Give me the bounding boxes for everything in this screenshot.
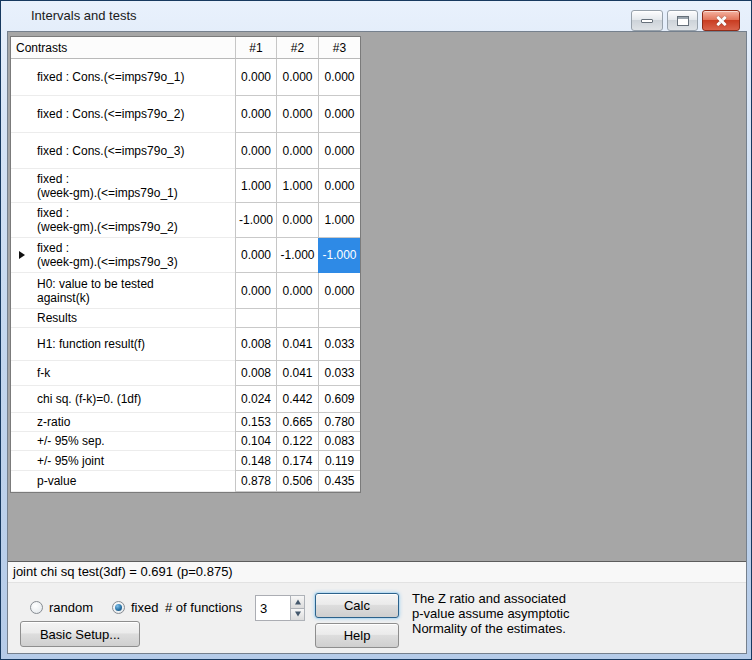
caption-buttons bbox=[631, 10, 740, 31]
row-label: fixed : Cons.(<=imps79o_1) bbox=[11, 59, 235, 96]
row-label: H1: function result(f) bbox=[11, 328, 235, 361]
stepper-down-icon[interactable] bbox=[290, 609, 305, 622]
value-cell[interactable]: 0.000 bbox=[276, 273, 318, 309]
value-cell[interactable]: 0.000 bbox=[318, 59, 360, 96]
row-label: z-ratio bbox=[11, 413, 235, 432]
value-cell[interactable]: 0.174 bbox=[276, 451, 318, 471]
value-cell[interactable]: 0.000 bbox=[276, 96, 318, 133]
basic-setup-button[interactable]: Basic Setup... bbox=[20, 621, 140, 647]
maximize-button[interactable] bbox=[667, 10, 698, 31]
row-label: chi sq. (f-k)=0. (1df) bbox=[11, 386, 235, 413]
value-cell[interactable]: 0.435 bbox=[318, 471, 360, 492]
value-cell[interactable]: 0.000 bbox=[318, 169, 360, 203]
row-label: Results bbox=[11, 309, 235, 328]
value-cell[interactable]: 0.000 bbox=[235, 133, 276, 169]
value-cell[interactable]: -1.000 bbox=[276, 238, 318, 273]
contrasts-grid: Contrasts#1#2#3fixed : Cons.(<=imps79o_1… bbox=[10, 36, 361, 493]
z-ratio-note: The Z ratio and associated p-value assum… bbox=[412, 591, 570, 636]
minimize-button[interactable] bbox=[631, 10, 663, 31]
row-label: H0: value to be tested against(k) bbox=[11, 273, 235, 309]
value-cell[interactable]: 0.033 bbox=[318, 328, 360, 361]
value-cell[interactable]: 0.000 bbox=[235, 273, 276, 309]
value-cell-selected[interactable]: -1.000 bbox=[318, 238, 360, 273]
row-label: fixed : (week-gm).(<=imps79o_3) bbox=[11, 238, 235, 273]
close-icon bbox=[715, 15, 727, 27]
value-cell[interactable]: 0.000 bbox=[318, 273, 360, 309]
value-cell[interactable]: 0.008 bbox=[235, 361, 276, 386]
num-functions-input[interactable] bbox=[255, 595, 290, 621]
window-title: Intervals and tests bbox=[31, 1, 137, 31]
grid-background: Contrasts#1#2#3fixed : Cons.(<=imps79o_1… bbox=[8, 32, 746, 562]
value-cell[interactable]: 0.000 bbox=[235, 238, 276, 273]
random-radio[interactable] bbox=[30, 601, 43, 614]
joint-chi-sq-status: joint chi sq test(3df) = 0.691 (p=0.875) bbox=[8, 562, 746, 583]
row-label: +/- 95% sep. bbox=[11, 432, 235, 451]
value-cell[interactable]: 0.000 bbox=[276, 203, 318, 238]
footer-panel: random fixed # of functions Calc Help Ba… bbox=[8, 583, 746, 653]
random-radio-label[interactable]: random bbox=[49, 601, 93, 615]
value-cell[interactable]: 1.000 bbox=[276, 169, 318, 203]
value-cell[interactable]: 1.000 bbox=[318, 203, 360, 238]
column-header-1: #1 bbox=[235, 37, 276, 59]
titlebar[interactable]: Intervals and tests bbox=[1, 1, 751, 31]
row-label: +/- 95% joint bbox=[11, 451, 235, 471]
maximize-icon bbox=[677, 16, 689, 26]
stepper-buttons bbox=[290, 595, 305, 621]
value-cell[interactable]: 0.609 bbox=[318, 386, 360, 413]
value-cell[interactable]: 0.041 bbox=[276, 328, 318, 361]
row-label: f-k bbox=[11, 361, 235, 386]
value-cell[interactable] bbox=[318, 309, 360, 328]
value-cell[interactable]: 0.000 bbox=[318, 96, 360, 133]
value-cell[interactable]: 0.780 bbox=[318, 413, 360, 432]
close-button[interactable] bbox=[702, 10, 740, 31]
row-label: fixed : Cons.(<=imps79o_3) bbox=[11, 133, 235, 169]
value-cell[interactable]: 0.442 bbox=[276, 386, 318, 413]
value-cell[interactable]: 0.506 bbox=[276, 471, 318, 492]
value-cell[interactable]: 0.878 bbox=[235, 471, 276, 492]
value-cell[interactable]: 0.000 bbox=[276, 133, 318, 169]
num-functions-label: # of functions bbox=[165, 601, 242, 615]
value-cell[interactable]: 0.033 bbox=[318, 361, 360, 386]
row-label: fixed : (week-gm).(<=imps79o_2) bbox=[11, 203, 235, 238]
value-cell[interactable]: 0.119 bbox=[318, 451, 360, 471]
intervals-and-tests-window: Intervals and tests Contrasts#1#2#3fixed… bbox=[0, 0, 752, 660]
column-header-2: #2 bbox=[276, 37, 318, 59]
value-cell[interactable]: 0.148 bbox=[235, 451, 276, 471]
value-cell[interactable]: 0.000 bbox=[276, 59, 318, 96]
minimize-icon bbox=[641, 19, 653, 23]
row-label: p-value bbox=[11, 471, 235, 492]
value-cell[interactable]: 0.000 bbox=[318, 133, 360, 169]
value-cell[interactable]: 0.665 bbox=[276, 413, 318, 432]
value-cell[interactable]: 0.122 bbox=[276, 432, 318, 451]
value-cell[interactable] bbox=[276, 309, 318, 328]
value-cell[interactable]: 0.041 bbox=[276, 361, 318, 386]
column-header-3: #3 bbox=[318, 37, 360, 59]
fixed-radio-label[interactable]: fixed bbox=[131, 601, 158, 615]
row-label: fixed : (week-gm).(<=imps79o_1) bbox=[11, 169, 235, 203]
value-cell[interactable]: 0.000 bbox=[235, 59, 276, 96]
stepper-up-icon[interactable] bbox=[290, 595, 305, 609]
value-cell[interactable]: 0.000 bbox=[235, 96, 276, 133]
current-row-marker-icon bbox=[19, 251, 25, 259]
column-header-contrasts: Contrasts bbox=[11, 37, 235, 59]
value-cell[interactable]: 0.008 bbox=[235, 328, 276, 361]
value-cell[interactable]: 0.083 bbox=[318, 432, 360, 451]
row-label: fixed : Cons.(<=imps79o_2) bbox=[11, 96, 235, 133]
value-cell[interactable]: 0.024 bbox=[235, 386, 276, 413]
num-functions-stepper bbox=[255, 595, 305, 621]
fixed-radio[interactable] bbox=[112, 601, 125, 614]
client-area: Contrasts#1#2#3fixed : Cons.(<=imps79o_1… bbox=[7, 31, 747, 654]
value-cell[interactable]: -1.000 bbox=[235, 203, 276, 238]
calc-button[interactable]: Calc bbox=[315, 593, 399, 618]
value-cell[interactable]: 1.000 bbox=[235, 169, 276, 203]
value-cell[interactable] bbox=[235, 309, 276, 328]
value-cell[interactable]: 0.153 bbox=[235, 413, 276, 432]
help-button[interactable]: Help bbox=[315, 623, 399, 648]
value-cell[interactable]: 0.104 bbox=[235, 432, 276, 451]
